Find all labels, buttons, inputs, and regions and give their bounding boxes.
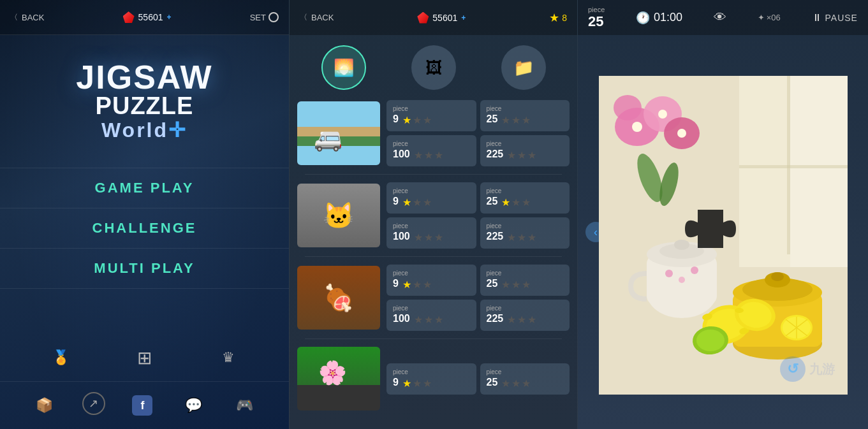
chat-icon[interactable]: 💬 [180, 392, 207, 419]
category-tab-mixed[interactable]: 🖼 [411, 45, 456, 90]
chevron-left-icon: 〈 [300, 12, 307, 23]
plus-badge[interactable]: + [461, 13, 466, 22]
logo-line3: World✛ [76, 118, 212, 142]
puzzle-option[interactable]: piece 25 ★ ★ ★ [480, 265, 570, 296]
back-label: BACK [311, 13, 334, 22]
category-tab-folders[interactable]: 📁 [501, 45, 546, 90]
puzzle-option[interactable]: piece 25 ★ ★ ★ [480, 182, 570, 214]
timer-display: 🕐 01:00 [636, 11, 682, 25]
puzzle-row: piece 9 ★ ★ ★ piece 25 [297, 100, 570, 166]
svg-point-11 [677, 129, 686, 138]
chevron-left-icon: 〈 [10, 12, 18, 23]
puzzle-svg [599, 76, 848, 395]
timer-value: 01:00 [654, 11, 682, 24]
main-menu-panel: 〈 BACK 55601 + SET JIGSAW PUZZLE World✛ … [0, 0, 289, 429]
svg-rect-4 [739, 165, 848, 168]
logo-line1: JIGSAW [76, 61, 212, 94]
puzzle-option[interactable]: piece 9 ★ ★ ★ [386, 265, 476, 296]
puzzle-options-flowers: piece 9 ★ ★ ★ piece 25 [386, 363, 570, 395]
bottom-icons-top-row: 🏅 ⊞ ♛ [0, 334, 289, 381]
puzzle-option[interactable]: piece 225 ★ ★ ★ [480, 217, 570, 249]
main-menu-list: GAME PLAY CHALLENGE MULTI PLAY [0, 168, 289, 289]
puzzle-option[interactable]: piece 100 ★ ★ ★ [386, 135, 476, 166]
puzzle-option[interactable]: piece 9 ★ ★ ★ [386, 363, 476, 395]
power-icon: ✦ [758, 13, 765, 22]
settings-label: SET [250, 13, 266, 22]
puzzle-option[interactable]: piece 100 ★ ★ ★ [386, 217, 476, 249]
svg-point-20 [679, 277, 685, 283]
facebook-icon[interactable]: f [129, 392, 156, 419]
puzzle-option[interactable]: piece 9 ★ ★ ★ [386, 100, 476, 131]
menu-item-gameplay[interactable]: GAME PLAY [0, 168, 289, 208]
puzzle-thumb-cat[interactable] [297, 184, 380, 247]
menu-item-challenge[interactable]: CHALLENGE [0, 208, 289, 248]
piece-label: piece [588, 6, 605, 13]
puzzle-thumb-beach[interactable] [297, 101, 380, 165]
app-logo: JIGSAW PUZZLE World✛ [76, 61, 212, 142]
svg-point-7 [614, 95, 642, 120]
eye-icon[interactable]: 👁 [714, 10, 726, 25]
logo-line2: PUZZLE [76, 94, 212, 118]
back-label: BACK [22, 13, 44, 22]
puzzle-thumb-flowers[interactable] [297, 347, 380, 411]
landscapes-icon: 🌅 [334, 58, 354, 78]
puzzle-option[interactable]: piece 25 ★ ★ ★ [480, 363, 570, 395]
puzzle-list: piece 9 ★ ★ ★ piece 25 [290, 100, 577, 429]
puzzle-select-panel: 〈 BACK 55601 + ★ 8 🌅 🖼 📁 [289, 0, 578, 429]
crown-icon[interactable]: ♛ [215, 344, 242, 371]
svg-point-19 [665, 270, 673, 277]
stars-count-display: ★ 8 [549, 11, 567, 25]
watermark-text: 九游 [809, 361, 835, 378]
star-icon: ★ [549, 11, 559, 25]
select-header: 〈 BACK 55601 + ★ 8 [290, 0, 577, 35]
clock-icon: 🕐 [636, 11, 650, 25]
game-area: ‹ [578, 35, 868, 429]
mystery-box-icon[interactable]: 📦 [31, 392, 58, 419]
puzzle-options-food: piece 9 ★ ★ ★ piece 25 [386, 265, 570, 331]
puzzle-options-beach: piece 9 ★ ★ ★ piece 25 [386, 100, 570, 166]
puzzle-row: piece 9 ★ ★ ★ piece 25 [297, 182, 570, 249]
piece-number: 25 [588, 13, 603, 30]
puzzle-row: piece 9 ★ ★ ★ piece 25 [297, 265, 570, 331]
gamepad-icon[interactable]: 🎮 [231, 392, 258, 419]
plus-badge[interactable]: + [167, 13, 172, 22]
puzzle-row: piece 9 ★ ★ ★ piece 25 [297, 347, 570, 411]
pause-icon: ⏸ [812, 12, 823, 24]
share-icon[interactable]: ↗ [82, 392, 105, 415]
watermark: ↺ 九游 [780, 356, 835, 382]
achievement-icon[interactable]: 🏅 [48, 344, 75, 371]
menu-item-multiplay[interactable]: MULTI PLAY [0, 248, 289, 289]
puzzle-option[interactable]: piece 9 ★ ★ ★ [386, 182, 476, 214]
power-badge: ✦ ×06 [758, 13, 781, 22]
main-header: 〈 BACK 55601 + SET [0, 0, 289, 35]
bottom-icons-area: 🏅 ⊞ ♛ 📦 ↗ f 💬 🎮 [0, 334, 289, 429]
puzzle-thumb-food[interactable] [297, 266, 380, 330]
category-tabs: 🌅 🖼 📁 [290, 35, 577, 100]
category-tab-landscapes[interactable]: 🌅 [321, 45, 366, 90]
settings-button[interactable]: SET [250, 12, 279, 22]
puzzle-option[interactable]: piece 225 ★ ★ ★ [480, 135, 570, 166]
watermark-logo: ↺ [780, 356, 805, 382]
pause-label: PAUSE [825, 13, 858, 23]
svg-point-36 [696, 330, 725, 351]
game-header: piece 25 🕐 01:00 👁 ✦ ×06 ⏸ PAUSE [578, 0, 868, 35]
svg-point-27 [771, 272, 784, 281]
puzzle-option[interactable]: piece 225 ★ ★ ★ [480, 300, 570, 331]
gems-value: 55601 [432, 13, 457, 23]
gems-value: 55601 [138, 12, 163, 22]
gem-icon [417, 12, 429, 24]
grid-icon[interactable]: ⊞ [131, 344, 158, 371]
svg-point-34 [735, 308, 744, 313]
back-button[interactable]: 〈 BACK [10, 12, 44, 23]
select-back-button[interactable]: 〈 BACK [300, 12, 334, 23]
puzzle-option[interactable]: piece 25 ★ ★ ★ [480, 100, 570, 131]
folders-icon: 📁 [513, 58, 534, 78]
pause-button[interactable]: ⏸ PAUSE [812, 12, 858, 24]
puzzle-option[interactable]: piece 100 ★ ★ ★ [386, 300, 476, 331]
svg-point-21 [691, 266, 698, 274]
power-value: ×06 [767, 13, 781, 22]
svg-point-18 [674, 240, 689, 250]
bottom-icons-bottom-row: 📦 ↗ f 💬 🎮 [0, 381, 289, 429]
puzzle-options-cat: piece 9 ★ ★ ★ piece 25 [386, 182, 570, 249]
gems-display: 55601 + [417, 12, 466, 24]
